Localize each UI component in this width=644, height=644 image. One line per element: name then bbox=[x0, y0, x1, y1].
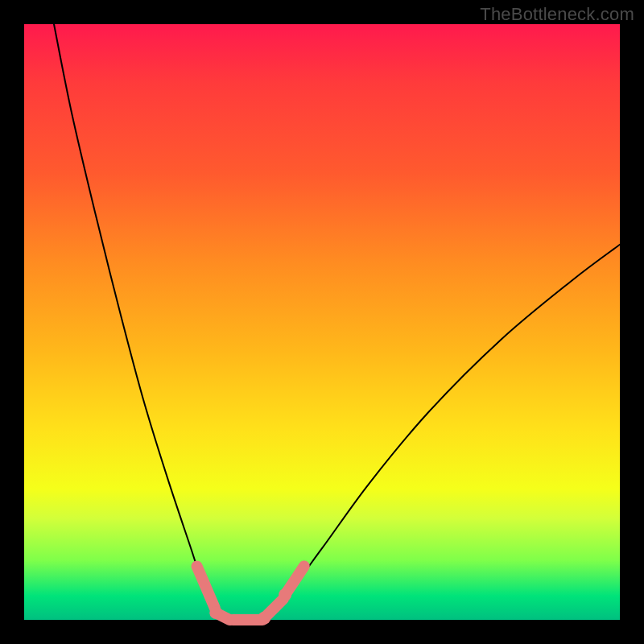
series-bottleneck-curve-right bbox=[262, 245, 620, 620]
series-marker-overlay-dot-0 bbox=[209, 606, 222, 619]
chart-svg bbox=[24, 24, 620, 620]
watermark-label: TheBottleneck.com bbox=[480, 4, 634, 25]
plot-area bbox=[24, 24, 620, 620]
series-marker-overlay-dot-1 bbox=[258, 612, 270, 625]
series-bottleneck-curve-left bbox=[54, 24, 227, 620]
chart-frame: TheBottleneck.com bbox=[0, 0, 644, 644]
series-marker-overlay-seg-4 bbox=[287, 566, 304, 592]
series-marker-overlay-dot-2 bbox=[279, 588, 291, 601]
series-marker-overlay-seg-0 bbox=[197, 566, 215, 608]
